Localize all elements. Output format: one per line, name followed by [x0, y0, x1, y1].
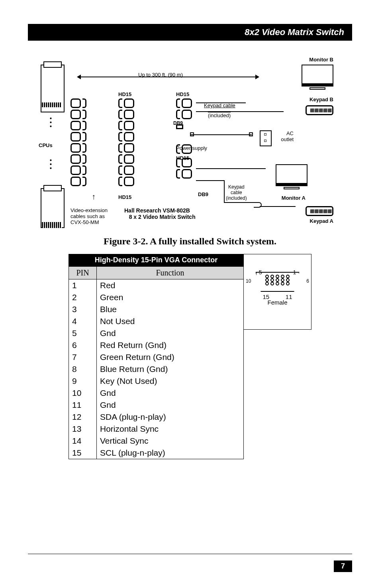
- pin-cell: 8: [69, 363, 97, 375]
- keypad-cable-label: Keypad cable: [204, 102, 235, 108]
- hd15-label: HD15: [118, 91, 131, 97]
- figure-caption: Figure 3-2. A fully installed Switch sys…: [28, 236, 352, 247]
- plug-icon: [190, 132, 194, 136]
- ellipsis-icon: •••: [50, 158, 52, 170]
- func-cell: Blue Return (Gnd): [97, 363, 244, 375]
- pin-cell: 12: [69, 411, 97, 423]
- up-arrow-icon: ↑: [92, 192, 96, 201]
- header-title: 8x2 Video Matrix Switch: [245, 27, 344, 37]
- ac-outlet-icon: [260, 130, 272, 146]
- footer-rule: [28, 554, 352, 554]
- page-header: 8x2 Video Matrix Switch: [28, 24, 352, 41]
- func-cell: Horizontal Sync: [97, 423, 244, 435]
- line-icon: [196, 168, 266, 169]
- func-cell: Red Return (Gnd): [97, 339, 244, 351]
- pin-num: 15: [263, 293, 270, 300]
- outlet-label: outlet: [281, 136, 294, 142]
- func-cell: Blue: [97, 303, 244, 315]
- table-row: 15SCL (plug-n-play): [69, 447, 244, 459]
- text: (included): [226, 195, 247, 201]
- ellipsis-icon: •••: [50, 116, 52, 128]
- table-row: 5Gnd: [69, 327, 244, 339]
- func-cell: Vertical Sync: [97, 435, 244, 447]
- keypad-a-icon: [306, 206, 333, 216]
- func-cell: Key (Not Used): [97, 375, 244, 387]
- table-row: 13Horizontal Sync: [69, 423, 244, 435]
- table-row: 6Red Return (Gnd): [69, 339, 244, 351]
- ac-label: AC: [286, 130, 294, 136]
- line-icon: [260, 206, 296, 207]
- pin-cell: 6: [69, 339, 97, 351]
- pin-cell: 7: [69, 351, 97, 363]
- barcode-icon: [42, 222, 62, 228]
- func-cell: Green Return (Gnd): [97, 351, 244, 363]
- col-func-header: Function: [97, 267, 244, 279]
- pinout-section: High-Density 15-Pin VGA Connector PIN Fu…: [69, 254, 311, 459]
- pin-cell: 1: [69, 279, 97, 292]
- keypad-b-label: Keypad B: [309, 96, 333, 102]
- pin-cell: 2: [69, 291, 97, 303]
- keypad-b-icon: [306, 105, 333, 115]
- db9-label: DB9: [198, 191, 208, 197]
- vga-pinout-table: High-Density 15-Pin VGA Connector PIN Fu…: [69, 254, 244, 459]
- pin-cell: 10: [69, 387, 97, 399]
- table-row: 3Blue: [69, 303, 244, 315]
- device-label: Hall Research VSM-802B 8 x 2 Video Matri…: [124, 207, 196, 220]
- pin-cell: 15: [69, 447, 97, 459]
- line-icon: [224, 202, 254, 203]
- distance-label: Up to 300 ft. (90 m): [138, 72, 183, 78]
- text: Video-extension: [71, 207, 108, 213]
- pin-cell: 14: [69, 435, 97, 447]
- connector-diagram: 5 1 10 6 15 11 Female: [244, 254, 311, 330]
- text: 8 x 2 Video Matrix Switch: [129, 214, 196, 220]
- monitor-a-icon: [276, 164, 308, 189]
- table-row: 11Gnd: [69, 399, 244, 411]
- pin-cell: 9: [69, 375, 97, 387]
- func-cell: SDA (plug-n-play): [97, 411, 244, 423]
- monitor-b-icon: [302, 65, 333, 90]
- line-icon: [224, 180, 225, 202]
- table-row: 8Blue Return (Gnd): [69, 363, 244, 375]
- monitor-a-label: Monitor A: [282, 195, 306, 201]
- text: CVX-50-MM: [71, 219, 99, 225]
- input-ports-right: [118, 98, 134, 188]
- table-row: 2Green: [69, 291, 244, 303]
- line-icon: [190, 134, 252, 135]
- table-row: 14Vertical Sync: [69, 435, 244, 447]
- pin-cell: 3: [69, 303, 97, 315]
- connector-gender: Female: [244, 299, 311, 306]
- table-row: 12SDA (plug-n-play): [69, 411, 244, 423]
- pin-cell: 4: [69, 315, 97, 327]
- func-cell: Not Used: [97, 315, 244, 327]
- func-cell: Green: [97, 291, 244, 303]
- func-cell: Gnd: [97, 399, 244, 411]
- pin-num: 11: [286, 293, 292, 300]
- line-icon: [196, 102, 246, 103]
- pin-num: 6: [306, 278, 309, 284]
- text: cable: [231, 190, 242, 195]
- pin-num: 10: [246, 278, 251, 284]
- table-row: 10Gnd: [69, 387, 244, 399]
- text: Hall Research VSM-802B: [124, 207, 190, 214]
- line-icon: [196, 111, 284, 112]
- func-cell: Gnd: [97, 327, 244, 339]
- power-supply-label: Power supply: [176, 145, 207, 151]
- plug-icon: [249, 132, 253, 136]
- col-pin-header: PIN: [69, 267, 97, 279]
- func-cell: Gnd: [97, 387, 244, 399]
- table-row: 7Green Return (Gnd): [69, 351, 244, 363]
- table-header: High-Density 15-Pin VGA Connector: [69, 254, 244, 267]
- hd15-label: HD15: [176, 155, 189, 161]
- ext-cable-label: Video-extension cables such as CVX-50-MM: [71, 207, 108, 225]
- text: cables such as: [71, 213, 105, 219]
- text: Keypad: [228, 184, 245, 190]
- table-row: 1Red: [69, 279, 244, 292]
- page-number: 7: [334, 560, 352, 572]
- line-icon: [196, 180, 224, 181]
- input-ports-left: [71, 98, 86, 188]
- cpus-label: CPUs: [39, 142, 53, 148]
- pin-cell: 5: [69, 327, 97, 339]
- func-cell: SCL (plug-n-play): [97, 447, 244, 459]
- pin-cell: 13: [69, 423, 97, 435]
- db9-label: DB9: [173, 120, 183, 126]
